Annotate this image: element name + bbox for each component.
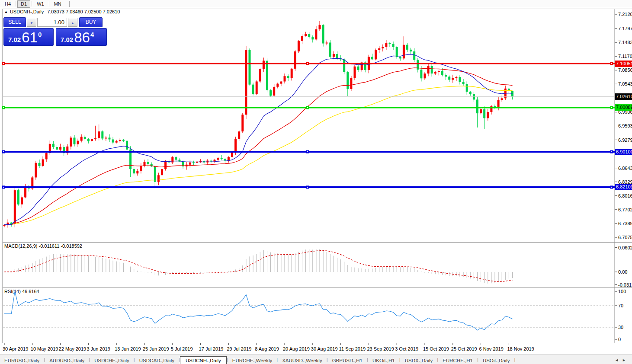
support-line-2-handle-dot [3,151,4,152]
support-line-handle[interactable] [2,106,5,109]
price-axis-tick-label: 6.95930 [618,123,632,128]
sell-price-big: 61 [22,31,38,44]
date-axis-label: 15 Oct 2019 [423,346,449,351]
rsi-axis-tick-label: 100 [618,289,626,294]
buy-price-sup: 4 [90,31,94,38]
tab-eurchf-h1[interactable]: EURCHF-,H1 [438,357,477,364]
tab-eurchf-weekly[interactable]: EURCHF-,Weekly [228,357,276,364]
support-line-3-handle[interactable] [610,185,613,188]
rsi-axis-tick-label: 30 [618,325,623,330]
price-axis-tick-label: 6.92795 [618,137,632,143]
macd-axis-tick-label: 0.00 [618,269,627,275]
resistance-line-handle-dot [611,63,612,64]
timeframe-button-mn[interactable]: MN [51,0,65,8]
date-axis-label: 8 Aug 2019 [255,346,279,351]
date-axis-label: 22 May 2019 [59,346,87,351]
date-axis-label: 3 Jun 2019 [87,346,110,351]
sell-price-button[interactable]: 7.02610 [3,28,54,46]
timeframe-toolbar: H4D1W1MN [0,0,632,8]
rsi-axis-tick-label: 0 [618,337,621,342]
support-line-2-handle-dot [307,151,308,152]
candles-group [3,21,514,228]
timeframe-button-w1[interactable]: W1 [33,0,48,8]
tab-audusd-daily[interactable]: AUDUSD-,Daily [45,357,89,364]
tab-eurusd-daily[interactable]: EURUSD-,Daily [0,357,44,364]
price-axis-tick-label: 7.11700 [618,54,632,59]
support-line-3-handle[interactable] [306,185,309,188]
tab-xauusd-weekly[interactable]: XAUUSD-,Weekly [278,357,326,364]
support-line-2-handle[interactable] [306,150,309,153]
one-click-trading-panel: SELL ▼ 1.00 ▲ BUY 7.02610 7.02864 [3,17,107,46]
mt4-terminal-window: H4D1W1MN 7.212007.179707.148357.117007.0… [0,0,632,364]
date-axis-label: 11 Sep 2019 [339,346,366,351]
macd-signal-line [4,251,513,282]
support-line-handle-dot [611,107,612,108]
price-axis-label-7.02610: 7.02610 [615,93,632,100]
support-line-handle[interactable] [306,106,309,109]
sell-price-sup: 0 [38,31,42,38]
tab-scroll-arrows[interactable]: ◄► [615,358,629,362]
tab-usdcad-daily[interactable]: USDCAD-,Daily [135,357,179,364]
chart-header: ▲USDCNH-,Daily7.03073 7.03460 7.02500 7.… [4,9,120,14]
sell-price-prefix: 7.02 [8,35,21,44]
price-axis-tick-label: 7.21200 [618,12,632,17]
resistance-line-handle[interactable] [2,62,5,65]
date-axis-label: 29 Jul 2019 [227,346,251,351]
ma-80-line [4,86,513,225]
support-line-2-handle[interactable] [610,150,613,153]
buy-price-big: 86 [74,31,90,44]
price-axis-label-6.82103: 6.82103 [615,184,632,190]
tab-ukoil-h1[interactable]: UKOil-,H1 [368,357,399,364]
support-line-2-handle-dot [611,151,612,152]
tab-usoil-daily[interactable]: USOil-,Daily [478,357,514,364]
buy-price-button[interactable]: 7.02864 [56,28,107,46]
price-axis-tick-label: 6.70755 [618,235,632,240]
triangle-up-icon: ▲ [71,21,74,25]
macd-label: MACD(12,26,9) -0.011611 -0.018592 [4,243,82,249]
resistance-line-handle[interactable] [610,62,613,65]
ma-45-line [4,68,513,225]
chart-ohlc-values: 7.03073 7.03460 7.02500 7.02610 [47,9,120,14]
price-axis-tick-label: 7.08565 [618,67,632,73]
tab-usdx-daily[interactable]: USDX-,Daily [401,357,437,364]
volume-input[interactable]: 1.00 [37,18,67,27]
macd-group [4,249,513,284]
tab-usdchf-daily[interactable]: USDCHF-,Daily [90,357,134,364]
rsi-line [4,291,513,330]
support-line-handle[interactable] [610,106,613,109]
chart-symbol-title: USDCNH-,Daily [10,9,44,14]
resistance-line-handle-dot [3,63,4,64]
buy-button[interactable]: BUY [79,17,103,27]
support-line-handle-dot [307,107,308,108]
sell-button[interactable]: SELL [3,17,26,27]
support-line-3-handle[interactable] [2,185,5,188]
support-line-3-handle-dot [3,187,4,188]
moving-averages-group [4,54,513,225]
resistance-line-handle[interactable] [306,62,309,65]
support-line-handle-dot [3,107,4,108]
support-line-3-handle-dot [611,187,612,188]
price-axis-tick-label: 7.17970 [618,26,632,31]
tab-usdcnh-daily[interactable]: USDCNH-,Daily [180,356,227,364]
date-axis-label: 23 Sep 2019 [367,346,394,351]
date-axis-label: 18 Nov 2019 [507,346,534,351]
tab-gbpusd-h1[interactable]: GBPUSD-,H1 [328,357,367,364]
date-axis-label: 17 Jul 2019 [199,346,224,351]
buy-price-prefix: 7.02 [61,35,73,44]
macd-axis-tick-label: 0.060273 [618,245,632,250]
price-axis-tick-label: 6.80160 [618,193,632,198]
date-axis-label: 30 Aug 2019 [311,346,338,351]
timeframe-button-d1[interactable]: D1 [17,0,30,8]
rsi-axis-tick-label: 70 [618,303,623,308]
support-line-3-handle-dot [307,187,308,188]
toolbar-separator [49,1,49,6]
volume-decrease-button[interactable]: ▼ [27,18,36,27]
price-axis-tick-label: 7.05430 [618,81,632,86]
volume-increase-button[interactable]: ▲ [68,18,77,27]
support-line-2-handle[interactable] [2,150,5,153]
collapse-panel-icon[interactable]: ▲ [4,10,8,14]
price-axis-label-7.10051: 7.10051 [615,61,632,67]
window-left-border [1,8,1,354]
date-axis-label: 10 May 2019 [31,346,58,351]
timeframe-button-h4[interactable]: H4 [1,0,14,8]
